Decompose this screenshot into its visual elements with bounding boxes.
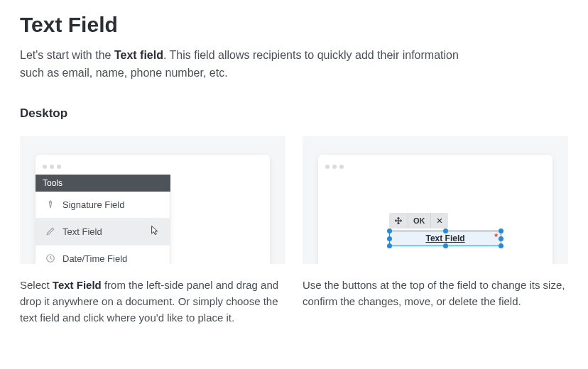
resize-handle-bl[interactable] [387, 243, 392, 248]
required-asterisk: * [494, 232, 498, 242]
intro-paragraph: Let's start with the Text field. This fi… [20, 47, 474, 82]
resize-handle-tm[interactable] [443, 228, 448, 233]
field-label: Text Field [425, 233, 464, 243]
caption-text-before: Select [20, 279, 53, 291]
tool-item-datetime[interactable]: Date/Time Field [36, 246, 170, 264]
left-caption: Select Text Field from the left-side pan… [20, 277, 285, 326]
resize-handle-tr[interactable] [499, 228, 503, 233]
caption-text-strong: Text Field [53, 279, 102, 291]
move-button[interactable] [389, 213, 408, 228]
window-traffic-lights [318, 155, 552, 175]
pencil-icon [45, 226, 55, 236]
clock-icon [45, 253, 55, 263]
tool-item-label: Text Field [62, 226, 102, 237]
window-traffic-lights [36, 155, 270, 175]
tools-list: Signature Field Text Field Date/Time Fie… [36, 192, 170, 264]
resize-handle-mr[interactable] [499, 236, 503, 241]
resize-handle-tl[interactable] [387, 228, 392, 233]
example-left-panel: Tools Signature Field Text Field [20, 136, 285, 326]
resize-handle-bm[interactable] [443, 243, 448, 248]
intro-text-strong: Text field [114, 49, 163, 61]
tool-item-label: Signature Field [62, 199, 124, 210]
section-subheading-desktop: Desktop [20, 106, 568, 121]
tool-item-label: Date/Time Field [62, 253, 127, 264]
ok-button[interactable]: OK [408, 213, 431, 228]
delete-button[interactable] [431, 213, 448, 228]
signature-icon [45, 199, 55, 209]
example-field-editor: OK Text Field * [303, 136, 568, 326]
resize-handle-br[interactable] [499, 243, 503, 248]
illustration-field-editor: OK Text Field * [303, 136, 568, 264]
mock-window: Tools Signature Field Text Field [36, 155, 270, 264]
tool-item-textfield[interactable]: Text Field [36, 219, 170, 246]
tool-item-signature[interactable]: Signature Field [36, 192, 170, 219]
text-field-box[interactable]: Text Field * [389, 231, 501, 246]
tools-panel-header: Tools [36, 175, 170, 192]
page-title: Text Field [20, 13, 568, 37]
right-caption: Use the buttons at the top of the field … [303, 277, 568, 310]
illustration-tools-panel: Tools Signature Field Text Field [20, 136, 285, 264]
field-toolbar: OK [389, 213, 448, 228]
field-editor-widget: OK Text Field * [389, 213, 501, 246]
close-icon [436, 217, 443, 224]
pointer-cursor-icon [148, 224, 160, 239]
mock-window: OK Text Field * [318, 155, 552, 264]
intro-text-before: Let's start with the [20, 49, 114, 61]
move-icon [394, 216, 403, 225]
resize-handle-ml[interactable] [387, 236, 392, 241]
